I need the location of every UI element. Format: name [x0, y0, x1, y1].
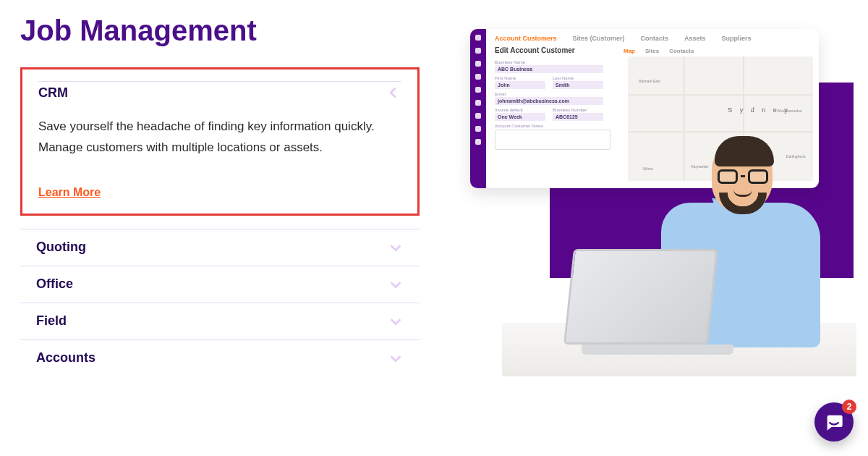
accordion-field[interactable]: Field	[20, 303, 420, 339]
chat-badge: 2	[842, 400, 856, 414]
chat-icon	[824, 412, 844, 432]
accordion-accounts[interactable]: Accounts	[20, 339, 420, 376]
crm-panel-header[interactable]: CRM	[38, 82, 401, 106]
person-illustration	[574, 130, 820, 376]
accordion-label: Accounts	[36, 350, 95, 366]
accordion-quoting[interactable]: Quoting	[20, 229, 420, 266]
crm-panel-highlight: CRM Save yourself the headache of findin…	[20, 67, 420, 216]
screenshot-tabs: Account Customers Sites (Customer) Conta…	[495, 35, 810, 42]
sidebar-rail	[470, 29, 486, 188]
crm-title: CRM	[38, 85, 68, 101]
chevron-down-icon	[388, 350, 404, 366]
accordion-label: Quoting	[36, 240, 86, 255]
chat-widget[interactable]: 2	[814, 402, 854, 442]
screenshot-subtabs: Map Sites Contacts	[624, 48, 694, 54]
chevron-left-icon	[386, 85, 401, 101]
chevron-down-icon	[388, 313, 404, 329]
accordion-label: Office	[36, 276, 73, 292]
learn-more-link[interactable]: Learn More	[38, 186, 101, 199]
chevron-down-icon	[388, 276, 404, 292]
page-title: Job Management	[20, 14, 420, 47]
chevron-down-icon	[388, 240, 404, 256]
hero-visual: Account Customers Sites (Customer) Conta…	[448, 0, 848, 376]
accordion-label: Field	[36, 313, 67, 329]
crm-body: Save yourself the headache of finding ke…	[38, 106, 401, 164]
accordion-office[interactable]: Office	[20, 266, 420, 303]
